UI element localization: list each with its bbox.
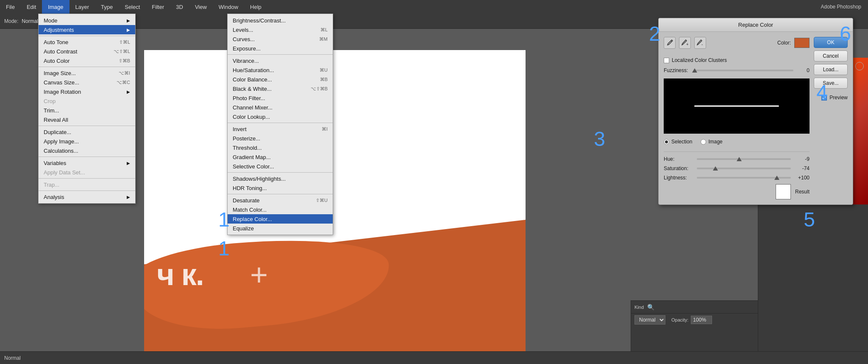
adj-threshold[interactable]: Threshold... [228,143,333,152]
radio-row: Selection Image [664,139,810,145]
menu-layer[interactable]: Layer [70,0,95,14]
canvas-plus: + [250,257,268,292]
preview-checkbox[interactable] [821,95,827,101]
menu-3d[interactable]: 3D [170,0,189,14]
hue-label: Hue: [664,156,693,162]
dd-auto-color[interactable]: Auto Color ⇧⌘B [39,56,135,65]
dd-variables[interactable]: Variables [39,158,135,168]
adj-exposure[interactable]: Exposure... [228,44,333,53]
dd-image-rotation[interactable]: Image Rotation [39,87,135,96]
adj-hdr-toning[interactable]: HDR Toning... [228,183,333,193]
adj-hue-sat[interactable]: Hue/Saturation... ⌘U [228,65,333,75]
fuzziness-thumb[interactable] [692,68,697,73]
dd-adjustments[interactable]: Adjustments [39,25,135,34]
adj-replace-color[interactable]: Replace Color... [228,214,333,224]
selection-radio[interactable] [664,139,669,145]
fuzziness-track [695,70,793,71]
image-radio[interactable] [701,139,706,145]
menu-help[interactable]: Help [244,0,267,14]
hue-thumb[interactable] [737,157,742,161]
search-icon[interactable]: 🔍 [647,304,654,311]
opacity-input[interactable] [691,316,712,324]
dd-crop[interactable]: Crop [39,96,135,106]
dd-image-size[interactable]: Image Size... ⌥⌘I [39,68,135,78]
adj-desaturate[interactable]: Desaturate ⇧⌘U [228,196,333,205]
adj-shadows-highlights[interactable]: Shadows/Highlights... [228,174,333,183]
menu-filter[interactable]: Filter [146,0,170,14]
dd-calculations[interactable]: Calculations... [39,146,135,155]
menu-window[interactable]: Window [213,0,244,14]
adj-invert[interactable]: Invert ⌘I [228,124,333,134]
adj-equalize[interactable]: Equalize [228,224,333,233]
dd-duplicate[interactable]: Duplicate... [39,127,135,137]
adj-curves[interactable]: Curves... ⌘M [228,34,333,44]
adj-color-balance[interactable]: Color Balance... ⌘B [228,75,333,84]
dd-reveal-all[interactable]: Reveal All [39,115,135,124]
save-button[interactable]: Save... [814,78,848,89]
mode-label: Mode: [4,18,18,24]
mode-value: Normal [22,18,38,24]
layers-panel: Kind 🔍 Normal Opacity: [631,300,758,351]
menu-image[interactable]: Image [42,0,69,14]
adjustments-submenu: Brightness/Contrast... Levels... ⌘L Curv… [227,14,333,235]
adj-color-lookup[interactable]: Color Lookup... [228,112,333,121]
color-swatch[interactable] [794,38,810,48]
menu-bar: File Edit Image Layer Type Select Filter… [0,0,868,14]
dd-analysis[interactable]: Analysis [39,192,135,202]
status-bar: Normal [0,351,868,364]
lightness-thumb[interactable] [774,176,779,180]
replace-color-dialog: Replace Color + [658,18,853,205]
dd-apply-image[interactable]: Apply Image... [39,137,135,146]
preview-label: Preview [829,95,848,101]
dialog-body: + - Color: L [659,32,853,204]
adj-photo-filter[interactable]: Photo Filter... [228,93,333,103]
saturation-label: Saturation: [664,165,693,171]
svg-text:-: - [701,42,703,46]
menu-view[interactable]: View [189,0,213,14]
preview-check-row: Preview [814,95,848,101]
adj-vibrance[interactable]: Vibrance... [228,56,333,65]
menu-edit[interactable]: Edit [21,0,42,14]
menu-select[interactable]: Select [119,0,146,14]
adj-black-white[interactable]: Black & White... ⌥⇧⌘B [228,84,333,93]
adj-brightness[interactable]: Brightness/Contrast... [228,16,333,25]
result-swatch[interactable] [776,184,791,199]
dd-trap: Trap... [39,180,135,189]
color-row: Color: [777,38,810,48]
dd-auto-tone[interactable]: Auto Tone ⇧⌘L [39,37,135,47]
localized-color-row: Localized Color Clusters [664,57,810,63]
adj-selective-color[interactable]: Selective Color... [228,162,333,171]
color-circle-indicator [855,62,864,70]
eyedropper-3-button[interactable]: - [694,37,706,49]
saturation-value: -74 [794,165,810,171]
lightness-value: +100 [794,175,810,181]
lightness-label: Lightness: [664,175,693,181]
localized-checkbox[interactable] [664,58,669,63]
hue-track [697,158,791,160]
saturation-thumb[interactable] [713,166,718,171]
result-area: Result [664,184,810,199]
adj-gradient-map[interactable]: Gradient Map... [228,152,333,162]
menu-type[interactable]: Type [95,0,119,14]
ok-button[interactable]: OK [814,37,848,48]
menu-file[interactable]: File [0,0,21,14]
eyedropper-1-button[interactable] [664,37,676,49]
load-button[interactable]: Load... [814,64,848,75]
dd-auto-contrast[interactable]: Auto Contrast ⌥⇧⌘L [39,47,135,56]
dd-canvas-size[interactable]: Canvas Size... ⌥⌘C [39,78,135,87]
adj-match-color[interactable]: Match Color... [228,205,333,214]
dd-trim[interactable]: Trim... [39,106,135,115]
cancel-button[interactable]: Cancel [814,50,848,62]
layers-mode-select[interactable]: Normal [634,315,665,325]
adj-channel-mixer[interactable]: Channel Mixer... [228,103,333,112]
app-title: Adobe Photoshop [821,4,868,10]
eyedropper-2-button[interactable]: + [679,37,691,49]
adj-levels[interactable]: Levels... ⌘L [228,25,333,34]
dd-mode[interactable]: Mode [39,16,135,25]
adj-posterize[interactable]: Posterize... [228,134,333,143]
kind-label: Kind [634,305,644,310]
lightness-track [697,177,791,179]
image-option: Image [701,139,722,145]
saturation-row: Saturation: -74 [664,165,810,171]
lightness-row: Lightness: +100 [664,175,810,181]
